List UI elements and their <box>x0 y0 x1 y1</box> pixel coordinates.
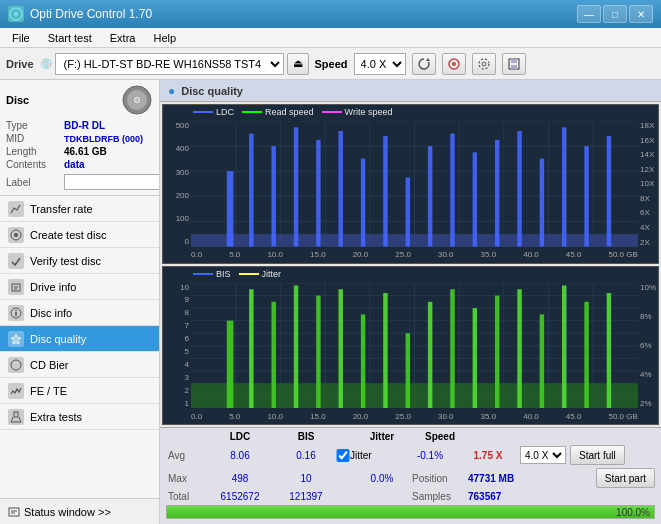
settings-button[interactable] <box>472 53 496 75</box>
position-value: 47731 MB <box>468 473 514 484</box>
nav-drive-info[interactable]: Drive info <box>0 274 159 300</box>
nav-fe-te[interactable]: FE / TE <box>0 378 159 404</box>
disc-title: Disc <box>6 94 29 106</box>
bis-header: BIS <box>276 431 336 442</box>
read-speed-dot <box>242 111 262 113</box>
disc-header: Disc <box>6 84 153 116</box>
svg-point-1 <box>14 12 18 16</box>
fe-te-label: FE / TE <box>30 385 67 397</box>
avg-speed: 1.75 X <box>460 450 516 461</box>
svg-rect-50 <box>361 159 365 247</box>
length-label: Length <box>6 146 64 157</box>
nav-disc-quality[interactable]: Disc quality <box>0 326 159 352</box>
jitter-checkbox[interactable] <box>336 449 350 462</box>
legend-ldc: LDC <box>193 107 234 117</box>
status-window-button[interactable]: Status window >> <box>0 498 159 524</box>
speed-label: Speed <box>315 58 348 70</box>
menubar: File Start test Extra Help <box>0 28 661 48</box>
svg-rect-99 <box>584 301 588 408</box>
status-window-icon <box>8 506 20 518</box>
nav-cd-bier[interactable]: CD Bier <box>0 352 159 378</box>
mid-row: MID TDKBLDRFB (000) <box>6 133 153 144</box>
svg-rect-45 <box>249 134 253 247</box>
svg-rect-43 <box>191 234 638 247</box>
scan-speed-select[interactable]: 4.0 X 2.0 X <box>520 446 566 464</box>
refresh-button[interactable] <box>412 53 436 75</box>
disc-icon <box>121 84 153 116</box>
status-window-label: Status window >> <box>24 506 111 518</box>
extra-tests-icon <box>8 409 24 425</box>
minimize-button[interactable]: — <box>577 5 601 23</box>
svg-rect-24 <box>14 412 18 417</box>
svg-point-15 <box>14 233 18 237</box>
eject-button[interactable]: ⏏ <box>287 53 309 75</box>
disc-quality-icon <box>8 331 24 347</box>
close-button[interactable]: ✕ <box>629 5 653 23</box>
svg-rect-97 <box>540 314 544 408</box>
write-speed-dot <box>322 111 342 113</box>
nav-extra-tests[interactable]: Extra tests <box>0 404 159 430</box>
legend-bis: BIS <box>193 269 231 279</box>
menu-start-test[interactable]: Start test <box>40 30 100 46</box>
svg-rect-55 <box>473 152 477 246</box>
contents-label: Contents <box>6 159 64 170</box>
svg-rect-92 <box>428 301 432 408</box>
label-input[interactable] <box>64 174 160 190</box>
mid-value: TDKBLDRFB (000) <box>64 134 143 144</box>
avg-label: Avg <box>168 450 204 461</box>
chart1-legend: LDC Read speed Write speed <box>193 107 392 117</box>
svg-rect-86 <box>294 285 298 408</box>
svg-point-4 <box>452 62 456 66</box>
svg-rect-51 <box>383 136 387 246</box>
svg-rect-9 <box>511 65 517 69</box>
save-button[interactable] <box>502 53 526 75</box>
nav-create-test-disc[interactable]: Create test disc <box>0 222 159 248</box>
svg-rect-47 <box>294 127 298 246</box>
avg-jitter: -0.1% <box>400 450 460 461</box>
speed-select[interactable]: 4.0 X 2.0 X 8.0 X <box>354 53 406 75</box>
cd-bier-label: CD Bier <box>30 359 69 371</box>
max-jitter: 0.0% <box>352 473 412 484</box>
menu-help[interactable]: Help <box>145 30 184 46</box>
menu-file[interactable]: File <box>4 30 38 46</box>
svg-rect-61 <box>607 136 611 246</box>
ldc-header: LDC <box>204 431 276 442</box>
avg-ldc: 8.06 <box>204 450 276 461</box>
position-label: Position <box>412 473 468 484</box>
type-value: BD-R DL <box>64 120 105 131</box>
transfer-rate-icon <box>8 201 24 217</box>
quality-title: Disc quality <box>181 85 243 97</box>
nav-verify-test-disc[interactable]: Verify test disc <box>0 248 159 274</box>
disc-info-icon <box>8 305 24 321</box>
svg-rect-84 <box>249 289 253 408</box>
svg-rect-95 <box>495 295 499 408</box>
nav-transfer-rate[interactable]: Transfer rate <box>0 196 159 222</box>
nav-disc-info[interactable]: Disc info <box>0 300 159 326</box>
spacer <box>0 430 159 498</box>
svg-rect-49 <box>339 131 343 246</box>
chart-ldc: 500 400 300 200 100 0 18X 16X 14X 12X 10… <box>162 104 659 264</box>
svg-rect-94 <box>473 308 477 408</box>
svg-rect-89 <box>361 314 365 408</box>
start-part-button[interactable]: Start part <box>596 468 655 488</box>
svg-rect-57 <box>517 131 521 246</box>
svg-point-23 <box>11 360 21 370</box>
progress-bar-fill <box>167 506 654 518</box>
menu-extra[interactable]: Extra <box>102 30 144 46</box>
verify-test-disc-label: Verify test disc <box>30 255 101 267</box>
maximize-button[interactable]: □ <box>603 5 627 23</box>
svg-rect-54 <box>450 134 454 247</box>
burn-button[interactable] <box>442 53 466 75</box>
drive-select[interactable]: (F:) HL-DT-ST BD-RE WH16NS58 TST4 <box>55 53 284 75</box>
label-row: Label 🔍 <box>6 173 153 191</box>
app-icon <box>8 6 24 22</box>
svg-marker-22 <box>11 334 21 344</box>
length-value: 46.61 GB <box>64 146 107 157</box>
svg-rect-90 <box>383 293 387 408</box>
chart1-svg <box>191 121 638 247</box>
transfer-rate-label: Transfer rate <box>30 203 93 215</box>
quality-header: ● Disc quality <box>160 80 661 102</box>
max-bis: 10 <box>276 473 336 484</box>
start-full-button[interactable]: Start full <box>570 445 625 465</box>
svg-rect-85 <box>271 301 275 408</box>
